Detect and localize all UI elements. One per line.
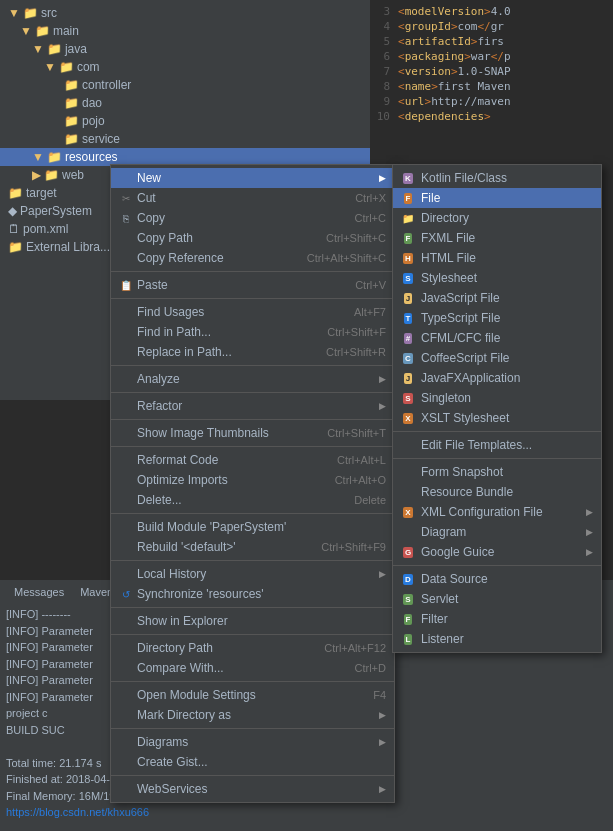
blog-url[interactable]: https://blog.csdn.net/khxu666 xyxy=(6,806,149,818)
submenu-item-data-source[interactable]: D Data Source xyxy=(393,569,601,589)
menu-label-replace-path: Replace in Path... xyxy=(137,345,232,359)
separator-1 xyxy=(111,271,394,272)
submenu-item-xml-config[interactable]: X XML Configuration File ▶ xyxy=(393,502,601,522)
submenu-item-directory[interactable]: 📁 Directory xyxy=(393,208,601,228)
menu-item-reformat[interactable]: Reformat Code Ctrl+Alt+L xyxy=(111,450,394,470)
menu-item-build-module[interactable]: Build Module 'PaperSystem' xyxy=(111,517,394,537)
submenu-item-edit-templates[interactable]: Edit File Templates... xyxy=(393,435,601,455)
menu-item-module-settings[interactable]: Open Module Settings F4 xyxy=(111,685,394,705)
code-line-9: 9 <url>http://maven xyxy=(370,94,613,109)
tree-item-service[interactable]: 📁 service xyxy=(0,130,370,148)
menu-item-copy[interactable]: ⎘ Copy Ctrl+C xyxy=(111,208,394,228)
tree-item-src[interactable]: ▼ 📁 src xyxy=(0,4,370,22)
submenu-label-google-guice: Google Guice xyxy=(421,545,580,559)
tree-item-pojo[interactable]: 📁 pojo xyxy=(0,112,370,130)
delete-icon xyxy=(119,493,133,507)
menu-item-copy-reference[interactable]: Copy Reference Ctrl+Alt+Shift+C xyxy=(111,248,394,268)
submenu-item-filter[interactable]: F Filter xyxy=(393,609,601,629)
submenu-label-javafx: JavaFXApplication xyxy=(421,371,520,385)
tree-item-controller[interactable]: 📁 controller xyxy=(0,76,370,94)
submenu-item-google-guice[interactable]: G Google Guice ▶ xyxy=(393,542,601,562)
menu-item-create-gist[interactable]: Create Gist... xyxy=(111,752,394,772)
submenu-item-typescript[interactable]: T TypeScript File xyxy=(393,308,601,328)
tab-messages[interactable]: Messages xyxy=(6,584,72,602)
tree-item-main[interactable]: ▼ 📁 main xyxy=(0,22,370,40)
menu-item-webservices[interactable]: WebServices ▶ xyxy=(111,779,394,799)
code-line-5: 5 <artifactId>firs xyxy=(370,34,613,49)
submenu-item-listener[interactable]: L Listener xyxy=(393,629,601,649)
tree-item-com[interactable]: ▼ 📁 com xyxy=(0,58,370,76)
menu-item-local-history[interactable]: Local History ▶ xyxy=(111,564,394,584)
tree-label-com: com xyxy=(77,60,100,74)
submenu-item-file[interactable]: F File xyxy=(393,188,601,208)
webservices-icon xyxy=(119,782,133,796)
submenu-item-javascript[interactable]: J JavaScript File xyxy=(393,288,601,308)
menu-item-rebuild[interactable]: Rebuild '<default>' Ctrl+Shift+F9 xyxy=(111,537,394,557)
separator-7 xyxy=(111,513,394,514)
compare-icon xyxy=(119,661,133,675)
menu-item-synchronize[interactable]: ↺ Synchronize 'resources' xyxy=(111,584,394,604)
menu-item-show-explorer[interactable]: Show in Explorer xyxy=(111,611,394,631)
menu-item-thumbnails[interactable]: Show Image Thumbnails Ctrl+Shift+T xyxy=(111,423,394,443)
submenu-label-data-source: Data Source xyxy=(421,572,488,586)
submenu-item-fxml[interactable]: F FXML File xyxy=(393,228,601,248)
menu-item-replace-path[interactable]: Replace in Path... Ctrl+Shift+R xyxy=(111,342,394,362)
log-line-url: https://blog.csdn.net/khxu666 xyxy=(6,804,607,821)
submenu-arrow-diagrams: ▶ xyxy=(379,737,386,747)
menu-item-paste[interactable]: 📋 Paste Ctrl+V xyxy=(111,275,394,295)
menu-label-reformat: Reformat Code xyxy=(137,453,218,467)
submenu-item-xslt[interactable]: X XSLT Stylesheet xyxy=(393,408,601,428)
shortcut-compare: Ctrl+D xyxy=(355,662,386,674)
submenu-item-cfml[interactable]: # CFML/CFC file xyxy=(393,328,601,348)
new-icon xyxy=(119,171,133,185)
menu-item-optimize[interactable]: Optimize Imports Ctrl+Alt+O xyxy=(111,470,394,490)
menu-item-copy-path[interactable]: Copy Path Ctrl+Shift+C xyxy=(111,228,394,248)
code-line-4: 4 <groupId>com</gr xyxy=(370,19,613,34)
separator-13 xyxy=(111,775,394,776)
menu-item-analyze[interactable]: Analyze ▶ xyxy=(111,369,394,389)
submenu-item-kotlin[interactable]: K Kotlin File/Class xyxy=(393,168,601,188)
submenu-item-javafx[interactable]: J JavaFXApplication xyxy=(393,368,601,388)
submenu-arrow-guice: ▶ xyxy=(586,547,593,557)
menu-item-mark-directory[interactable]: Mark Directory as ▶ xyxy=(111,705,394,725)
submenu-item-html[interactable]: H HTML File xyxy=(393,248,601,268)
submenu-item-stylesheet[interactable]: S Stylesheet xyxy=(393,268,601,288)
sync-icon: ↺ xyxy=(119,587,133,601)
submenu-label-cfml: CFML/CFC file xyxy=(421,331,500,345)
data-source-icon: D xyxy=(401,572,415,586)
javafx-icon: J xyxy=(401,371,415,385)
menu-item-new[interactable]: New ▶ xyxy=(111,168,394,188)
menu-item-directory-path[interactable]: Directory Path Ctrl+Alt+F12 xyxy=(111,638,394,658)
shortcut-copy: Ctrl+C xyxy=(355,212,386,224)
menu-label-analyze: Analyze xyxy=(137,372,180,386)
menu-item-cut[interactable]: ✂ Cut Ctrl+X xyxy=(111,188,394,208)
module-settings-icon xyxy=(119,688,133,702)
submenu-item-servlet[interactable]: S Servlet xyxy=(393,589,601,609)
menu-item-find-path[interactable]: Find in Path... Ctrl+Shift+F xyxy=(111,322,394,342)
submenu-item-form-snapshot[interactable]: Form Snapshot xyxy=(393,462,601,482)
menu-item-refactor[interactable]: Refactor ▶ xyxy=(111,396,394,416)
submenu-label-typescript: TypeScript File xyxy=(421,311,500,325)
tree-label-target: target xyxy=(26,186,57,200)
submenu-arrow-new: ▶ xyxy=(379,173,386,183)
submenu-arrow-refactor: ▶ xyxy=(379,401,386,411)
submenu-item-diagram[interactable]: Diagram ▶ xyxy=(393,522,601,542)
menu-item-compare[interactable]: Compare With... Ctrl+D xyxy=(111,658,394,678)
submenu-arrow-diagram: ▶ xyxy=(586,527,593,537)
menu-item-diagrams[interactable]: Diagrams ▶ xyxy=(111,732,394,752)
submenu-item-coffeescript[interactable]: C CoffeeScript File xyxy=(393,348,601,368)
build-icon xyxy=(119,520,133,534)
tree-item-dao[interactable]: 📁 dao xyxy=(0,94,370,112)
shortcut-rebuild: Ctrl+Shift+F9 xyxy=(321,541,386,553)
submenu-label-javascript: JavaScript File xyxy=(421,291,500,305)
submenu-item-resource-bundle[interactable]: Resource Bundle xyxy=(393,482,601,502)
submenu-separator-2 xyxy=(393,458,601,459)
menu-item-find-usages[interactable]: Find Usages Alt+F7 xyxy=(111,302,394,322)
find-path-icon xyxy=(119,325,133,339)
shortcut-copy-path: Ctrl+Shift+C xyxy=(326,232,386,244)
tree-item-java[interactable]: ▼ 📁 java xyxy=(0,40,370,58)
submenu-item-singleton[interactable]: S Singleton xyxy=(393,388,601,408)
dir-path-icon xyxy=(119,641,133,655)
menu-item-delete[interactable]: Delete... Delete xyxy=(111,490,394,510)
submenu-label-xslt: XSLT Stylesheet xyxy=(421,411,509,425)
